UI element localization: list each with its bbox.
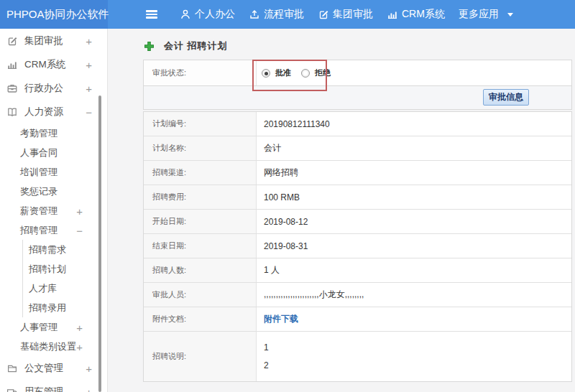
row-label: 计划名称: (144, 136, 257, 160)
sidebar-item-label: 招聘管理 (20, 224, 58, 237)
approval-radio-option[interactable]: 拒绝 (301, 67, 331, 78)
row-value: 网络招聘 (264, 167, 298, 179)
row-value: 1 人 (264, 264, 280, 276)
table-row: 招聘人数: 1 人 (144, 258, 571, 283)
document-icon (6, 363, 18, 374)
sidebar-item[interactable]: 薪资管理 + (0, 201, 107, 220)
sidebar-item[interactable]: 公文管理 + (0, 356, 107, 380)
row-value: 100 RMB (264, 192, 300, 202)
sidebar-item-label: 考勤管理 (20, 127, 58, 140)
row-value-multiline: 12 (264, 339, 269, 375)
bar-chart-icon (387, 9, 398, 20)
sidebar-item[interactable]: 行政办公 + (0, 76, 107, 100)
top-nav-item[interactable]: 个人办公 (180, 8, 235, 21)
row-label: 招聘费用: (144, 185, 257, 209)
expand-toggle-icon[interactable]: + (86, 362, 92, 374)
sidebar-item[interactable]: 用车管理 + (0, 380, 107, 392)
table-row: 附件文档: 附件下载 (144, 307, 571, 332)
page-title-text: 会计 招聘计划 (164, 39, 228, 52)
person-icon (180, 9, 191, 20)
table-row: 审批人员: ,,,,,,,,,,,,,,,,,,,,,,,小龙女,,,,,,,, (144, 283, 571, 307)
row-label: 招聘说明: (144, 332, 257, 381)
top-nav-label: 流程审批 (264, 8, 304, 21)
expand-toggle-icon[interactable]: − (86, 106, 92, 118)
top-nav-label: 个人办公 (195, 8, 235, 21)
approval-radio-option[interactable]: 批准 (262, 67, 291, 78)
row-label: 招聘人数: (144, 258, 257, 282)
top-nav-item[interactable]: 更多应用 (459, 8, 513, 21)
expand-toggle-icon[interactable]: + (86, 386, 92, 392)
edit-icon (318, 9, 329, 20)
expand-toggle-icon[interactable]: + (86, 58, 92, 70)
row-label: 附件文档: (144, 307, 257, 331)
radio-label: 拒绝 (315, 67, 331, 78)
top-navigation-bar: PHPOA协同办公软件 个人办公 流程审批 集团审批 (0, 0, 575, 29)
approval-status-label: 审批状态: (144, 60, 257, 85)
sidebar-item[interactable]: 考勤管理 (0, 123, 107, 143)
sidebar-item-label: 集团审批 (24, 34, 63, 47)
plus-icon (144, 41, 155, 52)
table-row: 招聘说明: 12 (144, 332, 571, 381)
expand-toggle-icon[interactable]: + (86, 82, 92, 94)
top-nav-label: 集团审批 (333, 8, 373, 21)
row-label: 开始日期: (144, 210, 257, 233)
sidebar-scrollbar[interactable] (98, 95, 101, 392)
expand-toggle-icon[interactable]: + (76, 205, 83, 217)
sidebar-item-label: 用车管理 (24, 386, 63, 392)
sidebar-item-label: 培训管理 (20, 166, 58, 179)
radio-icon[interactable] (301, 69, 310, 78)
sidebar-item-label: 人事管理 (20, 321, 58, 334)
sidebar-item[interactable]: 招聘管理 − (0, 220, 107, 240)
top-nav-item[interactable]: 集团审批 (318, 8, 373, 21)
menu-icon[interactable] (146, 10, 157, 19)
expand-toggle-icon[interactable]: − (76, 224, 83, 236)
expand-toggle-icon[interactable]: + (76, 321, 83, 333)
sidebar-item[interactable]: 人才库 (22, 279, 107, 298)
sidebar-item[interactable]: 人力资源 − (0, 100, 107, 123)
app-logo: PHPOA协同办公软件 (0, 0, 108, 29)
approval-form: 审批状态: 批准 拒绝 审批信息 (143, 60, 572, 110)
truck-icon (6, 386, 18, 392)
top-nav: 个人办公 流程审批 集团审批 CRM系统 (180, 8, 513, 21)
sidebar-item[interactable]: 集团审批 + (0, 29, 107, 52)
sidebar-item-label: 基础类别设置 (20, 340, 76, 353)
radio-icon[interactable] (262, 69, 270, 78)
row-label: 计划编号: (144, 112, 257, 136)
sidebar-item-label: CRM系统 (24, 58, 66, 71)
expand-toggle-icon[interactable]: + (76, 340, 83, 353)
sidebar-item-label: 人才库 (29, 282, 57, 295)
approval-radio-group: 批准 拒绝 (257, 60, 571, 85)
sidebar-item-label: 人力资源 (24, 106, 63, 118)
table-row: 计划名称: 会计 (144, 136, 571, 161)
sidebar-item[interactable]: CRM系统 + (0, 52, 107, 76)
sidebar-item[interactable]: 培训管理 (0, 162, 107, 182)
top-nav-label: CRM系统 (402, 8, 445, 21)
top-nav-item[interactable]: CRM系统 (387, 8, 445, 21)
sidebar-item[interactable]: 招聘需求 (22, 240, 107, 259)
row-value: 20190812111340 (264, 119, 330, 129)
table-row: 招聘费用: 100 RMB (144, 185, 571, 210)
sidebar-item[interactable]: 奖惩记录 (0, 182, 107, 201)
form-footer: 审批信息 (144, 86, 571, 109)
table-row: 开始日期: 2019-08-12 (144, 210, 571, 234)
details-table: 计划编号: 20190812111340 计划名称: 会计 招聘渠道: (143, 111, 572, 382)
sidebar-item[interactable]: 人事合同 (0, 143, 107, 162)
approval-info-button[interactable]: 审批信息 (483, 89, 529, 106)
sidebar-item[interactable]: 基础类别设置 + (0, 337, 107, 356)
sidebar-item-label: 招聘录用 (29, 302, 66, 314)
sidebar-item[interactable]: 招聘计划 (22, 259, 107, 279)
edit-square-icon (6, 35, 18, 47)
sidebar-item[interactable]: 人事管理 + (0, 317, 107, 337)
top-nav-label: 更多应用 (459, 8, 499, 21)
attachment-download-link[interactable]: 附件下载 (264, 313, 298, 325)
sidebar-item-label: 公文管理 (24, 362, 63, 375)
sidebar-item-label: 招聘需求 (29, 243, 66, 256)
sidebar-item-label: 招聘计划 (29, 263, 66, 276)
sidebar-item[interactable]: 招聘录用 (22, 298, 107, 317)
sidebar-item-label: 行政办公 (24, 82, 63, 95)
top-nav-item[interactable]: 流程审批 (249, 8, 304, 21)
table-row: 结束日期: 2019-08-31 (144, 234, 571, 258)
row-value: ,,,,,,,,,,,,,,,,,,,,,,,小龙女,,,,,,,, (264, 289, 364, 301)
sidebar-menu: 集团审批 + CRM系统 + 行政办公 + 人力资源 − (0, 29, 107, 392)
expand-toggle-icon[interactable]: + (86, 34, 92, 47)
